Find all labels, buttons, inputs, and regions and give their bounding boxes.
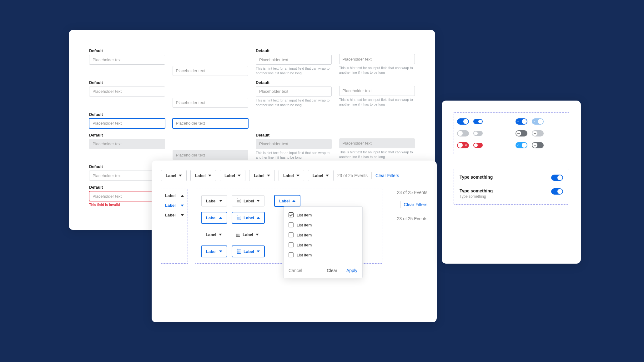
- input-field: Placeholder text This is hint text for a…: [339, 133, 415, 160]
- chevron-down-icon: [256, 234, 259, 236]
- text-input[interactable]: Placeholder text: [89, 87, 165, 97]
- text-input[interactable]: Placeholder text: [173, 66, 249, 76]
- text-input[interactable]: Placeholder text: [339, 54, 415, 64]
- filters-panel: Label Label Label Label Label Label 23 o…: [152, 161, 437, 322]
- input-field: Placeholder text: [173, 48, 249, 76]
- toggle-on-small[interactable]: [473, 119, 483, 124]
- chevron-down-icon: [179, 175, 182, 176]
- toggle-on-disabled: ✓: [532, 118, 544, 125]
- text-input-disabled: Placeholder text: [89, 139, 165, 149]
- date-filter-pill[interactable]: Label: [232, 195, 264, 206]
- labels-column: Label Label Label: [161, 189, 188, 264]
- checkbox-icon[interactable]: [289, 252, 294, 257]
- chevron-down-icon: [296, 175, 299, 176]
- input-field: Default Placeholder text This is hint te…: [256, 80, 332, 108]
- text-input-focused[interactable]: Placeholder text: [89, 118, 165, 128]
- chevron-down-icon: [238, 175, 241, 176]
- chevron-down-icon: [257, 250, 260, 252]
- chevron-up-icon: [257, 217, 260, 219]
- filter-pill[interactable]: Label: [161, 170, 187, 181]
- cancel-button[interactable]: Cancel: [289, 268, 302, 273]
- filter-pill[interactable]: Label: [249, 170, 275, 181]
- setting-row: Type something: [460, 175, 563, 181]
- checkbox-checked-icon[interactable]: [289, 212, 294, 217]
- input-hint: This is hint text for an input field tha…: [339, 66, 415, 75]
- toggle-off-dark[interactable]: [516, 130, 527, 136]
- calendar-icon: [237, 250, 241, 254]
- date-filter-pill-active[interactable]: Label: [232, 212, 264, 223]
- results-count: 23 of 25 Events: [390, 190, 427, 195]
- clear-button[interactable]: Clear: [327, 268, 337, 273]
- toggle-on[interactable]: [457, 118, 469, 125]
- filter-pill[interactable]: Label: [279, 170, 304, 181]
- text-input-disabled: Placeholder text: [339, 138, 415, 148]
- input-field: Default Placeholder text This is hint te…: [256, 48, 332, 76]
- text-input[interactable]: Placeholder text: [89, 55, 165, 65]
- toggle-settings-frame: Type something Type something Type somet…: [454, 169, 569, 205]
- toggle-on-checkmark[interactable]: ✓: [516, 118, 527, 125]
- checkbox-icon[interactable]: [289, 242, 294, 247]
- date-filter-pill-active[interactable]: Label: [232, 246, 264, 257]
- text-input[interactable]: Placeholder text: [256, 87, 332, 97]
- label-item[interactable]: Label: [164, 211, 184, 219]
- filter-pill[interactable]: Label: [190, 170, 216, 181]
- input-hint: This is hint text for an input field tha…: [256, 98, 332, 108]
- filter-pill-open[interactable]: Label: [274, 195, 300, 206]
- input-field: Placeholder text: [173, 112, 249, 128]
- filter-pill[interactable]: Label: [201, 195, 227, 206]
- dropdown-item[interactable]: List item: [284, 220, 362, 230]
- clear-filters-link[interactable]: Clear Filters: [404, 202, 427, 207]
- dropdown-item[interactable]: List item: [284, 240, 362, 250]
- text-input-focused[interactable]: Placeholder text: [173, 118, 249, 128]
- clear-filters-link[interactable]: Clear Filters: [375, 173, 399, 178]
- setting-toggle[interactable]: [551, 175, 563, 181]
- calendar-icon: [237, 199, 241, 203]
- checkbox-icon[interactable]: [289, 222, 294, 227]
- dropdown-item[interactable]: List item: [284, 250, 362, 260]
- checkbox-icon[interactable]: [289, 232, 294, 237]
- results-count: 23 of 25 Events: [390, 216, 427, 221]
- text-input[interactable]: Placeholder text: [256, 55, 332, 65]
- apply-button[interactable]: Apply: [346, 268, 357, 273]
- input-label: Default: [89, 112, 165, 117]
- input-field: Default Placeholder text: [89, 112, 165, 128]
- date-filter-pill-borderless[interactable]: Label: [231, 229, 263, 240]
- setting-toggle[interactable]: [551, 188, 563, 195]
- label-item-active[interactable]: Label: [164, 202, 184, 209]
- filter-pill-active[interactable]: Label: [201, 246, 227, 257]
- toggle-error[interactable]: ⊖: [457, 142, 469, 148]
- filter-pill-borderless[interactable]: Label: [201, 229, 226, 240]
- label-item[interactable]: Label: [164, 192, 184, 199]
- text-input-disabled: Placeholder text: [173, 150, 249, 160]
- text-input-disabled: Placeholder text: [256, 139, 332, 149]
- input-label: Default: [89, 48, 165, 53]
- toggle-off-focused[interactable]: [532, 142, 544, 148]
- setting-label: Type something: [460, 188, 493, 193]
- input-label: Default: [89, 80, 165, 85]
- toggle-error-small[interactable]: [473, 143, 483, 148]
- toggle-specimen-frame: ✓ ✓ ⊖ ✓: [454, 112, 569, 154]
- input-field: Default Placeholder text: [89, 80, 165, 108]
- filter-pill-active[interactable]: Label: [201, 212, 227, 223]
- text-input[interactable]: Placeholder text: [339, 86, 415, 96]
- chevron-down-icon: [181, 205, 184, 206]
- divider: [400, 201, 401, 208]
- toggle-off[interactable]: [457, 130, 469, 136]
- dropdown-item[interactable]: List item: [284, 230, 362, 240]
- toggle-on-focused[interactable]: ✓: [516, 142, 527, 148]
- chevron-down-icon: [267, 175, 270, 176]
- setting-sublabel: Type something: [460, 194, 493, 199]
- calendar-icon: [237, 216, 241, 220]
- chevron-down-icon: [219, 234, 222, 236]
- input-hint: This is hint text for an input field tha…: [256, 66, 332, 76]
- dropdown-item[interactable]: List item: [284, 210, 362, 220]
- chevron-down-icon: [219, 200, 222, 202]
- input-field: Default Placeholder text: [89, 133, 165, 160]
- text-input[interactable]: Placeholder text: [173, 98, 249, 108]
- filter-pill[interactable]: Label: [308, 170, 334, 181]
- input-field: Placeholder text: [173, 80, 249, 108]
- toggle-off-small[interactable]: [473, 131, 483, 136]
- filter-pill[interactable]: Label: [220, 170, 245, 181]
- input-field: Placeholder text This is hint text for a…: [339, 48, 415, 76]
- setting-row: Type something Type something: [460, 188, 563, 199]
